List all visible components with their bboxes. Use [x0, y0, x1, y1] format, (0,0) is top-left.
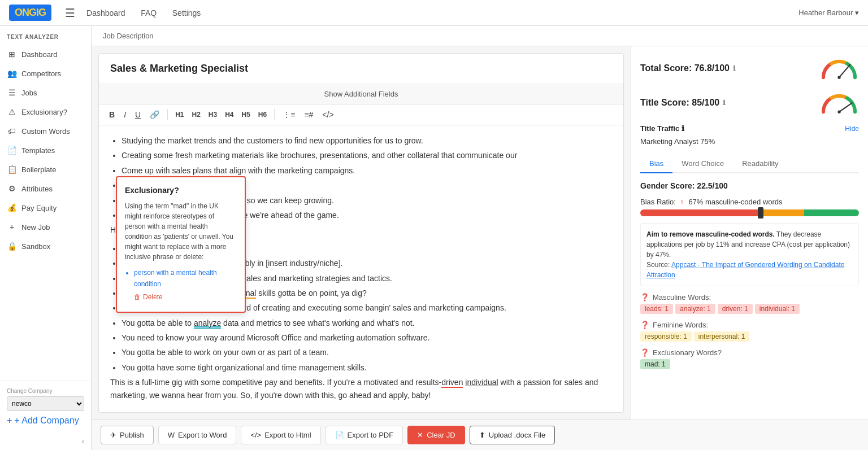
bullet-list-button[interactable]: ⋮≡ — [279, 108, 298, 121]
exclusionary-words-section: ❓ Exclusionary Words? mad: 1 — [640, 348, 859, 369]
top-nav: ONGIG ☰ Dashboard FAQ Settings Heather B… — [0, 0, 868, 26]
user-menu[interactable]: Heather Barbour ▾ — [798, 8, 859, 17]
title-gauge-svg — [819, 90, 859, 115]
sidebar-item-label: New Job — [21, 223, 50, 231]
publish-button[interactable]: ✈ Publish — [101, 426, 154, 444]
h5-button[interactable]: H5 — [239, 109, 253, 120]
title-score-gauge — [819, 90, 859, 115]
sidebar-item-attributes[interactable]: ⚙ Attributes — [0, 179, 91, 198]
company-select[interactable]: newco — [7, 396, 84, 411]
sidebar-item-label: Competitors — [21, 69, 61, 78]
exclusionary-popup: Exclusionary? Using the term "mad" in th… — [116, 176, 246, 313]
word-tag-leads[interactable]: leads: 1 — [640, 304, 673, 314]
word-tag-driven[interactable]: driven: 1 — [718, 304, 753, 314]
exclusionary-info-icon[interactable]: ❓ — [640, 348, 649, 357]
publish-icon: ✈ — [110, 431, 116, 439]
underline-button[interactable]: U — [132, 108, 144, 121]
nav-settings[interactable]: Settings — [172, 8, 201, 18]
sidebar-collapse-button[interactable]: ‹ — [0, 432, 91, 450]
breadcrumb: Job Description — [92, 26, 868, 46]
sidebar-item-pay-equity[interactable]: 💰 Pay Equity — [0, 198, 91, 217]
tab-bias[interactable]: Bias — [640, 155, 672, 173]
bias-info-box: Aim to remove masculine-coded words. The… — [640, 223, 859, 286]
additional-fields-button[interactable]: Show Additional Fields — [99, 84, 623, 104]
ordered-list-button[interactable]: ≡# — [301, 108, 316, 121]
link-button[interactable]: 🔗 — [146, 108, 163, 121]
h6-button[interactable]: H6 — [255, 109, 270, 120]
h4-button[interactable]: H4 — [222, 109, 236, 120]
export-word-button[interactable]: W Export to Word — [158, 426, 237, 444]
title-score-info-icon[interactable]: ℹ — [723, 99, 726, 107]
code-button[interactable]: </> — [319, 108, 337, 121]
right-panel: Total Score: 76.8/100 ℹ — [631, 46, 868, 420]
feminine-label-text: Feminine Words: — [653, 321, 708, 329]
feminine-info-icon[interactable]: ❓ — [640, 321, 649, 329]
info-box-source-prefix: Source: — [646, 261, 671, 269]
h2-button[interactable]: H2 — [189, 109, 203, 120]
toolbar-separator-2 — [274, 109, 275, 120]
export-word-label: Export to Word — [178, 431, 227, 439]
sidebar-item-label: Custom Words — [21, 127, 70, 136]
word-tag-responsible[interactable]: responsible: 1 — [640, 331, 692, 342]
add-company-button[interactable]: + + Add Company — [7, 416, 84, 426]
word-tag-analyze[interactable]: analyze: 1 — [675, 304, 715, 314]
total-score-info-icon[interactable]: ℹ — [733, 64, 736, 72]
sidebar-item-competitors[interactable]: 👥 Competitors — [0, 64, 91, 83]
title-score-value: Title Score: 85/100 — [640, 98, 719, 108]
title-traffic-info-icon[interactable]: ℹ — [682, 124, 684, 133]
sidebar-item-dashboard[interactable]: ⊞ Dashboard — [0, 45, 91, 64]
h3-button[interactable]: H3 — [206, 109, 220, 120]
total-score-row: Total Score: 76.8/100 ℹ — [640, 55, 859, 81]
sidebar-item-templates[interactable]: 📄 Templates — [0, 141, 91, 160]
nav-faq[interactable]: FAQ — [141, 8, 157, 18]
masculine-info-icon[interactable]: ❓ — [640, 293, 649, 302]
upload-docx-button[interactable]: ⬆ Upload .docx File — [470, 426, 555, 444]
clear-jd-label: Clear JD — [427, 431, 455, 439]
tab-readability[interactable]: Readability — [733, 155, 787, 173]
logo-on: ON — [15, 7, 29, 18]
main-content: Job Description Sales & Marketing Specia… — [92, 26, 868, 450]
export-pdf-icon: 📄 — [335, 431, 344, 439]
sidebar-item-sandbox[interactable]: 🔒 Sandbox — [0, 237, 91, 256]
word-tag-interpersonal[interactable]: interpersonal: 1 — [694, 331, 750, 342]
sidebar-item-label: Pay Equity — [21, 204, 57, 212]
sidebar-item-label: Dashboard — [21, 50, 58, 59]
logo[interactable]: ONGIG — [9, 5, 51, 21]
title-score-title: Title Score: 85/100 ℹ — [640, 98, 726, 108]
title-traffic-label: Title Traffic ℹ — [640, 124, 684, 133]
sidebar-item-label: Jobs — [21, 89, 37, 97]
export-pdf-button[interactable]: 📄 Export to PDF — [326, 426, 403, 444]
sidebar-item-label: Boilerplate — [21, 165, 56, 174]
job-title[interactable]: Sales & Marketing Specialist — [99, 54, 623, 84]
competitors-icon: 👥 — [7, 69, 17, 78]
sidebar-header: TEXT ANALYZER — [0, 26, 91, 45]
logo-gig: GIG — [29, 7, 46, 18]
sidebar-item-exclusionary[interactable]: ⚠ Exclusionary? — [0, 102, 91, 121]
italic-button[interactable]: I — [120, 108, 129, 121]
bias-bar-red — [640, 209, 761, 216]
word-tag-individual[interactable]: individual: 1 — [755, 304, 800, 314]
sidebar-item-new-job[interactable]: + New Job — [0, 217, 91, 237]
bold-button[interactable]: B — [106, 108, 118, 121]
sidebar-item-boilerplate[interactable]: 📋 Boilerplate — [0, 160, 91, 179]
sidebar-item-jobs[interactable]: ☰ Jobs — [0, 83, 91, 102]
hamburger-icon[interactable]: ☰ — [65, 6, 75, 20]
hide-traffic-button[interactable]: Hide — [845, 125, 859, 133]
sidebar-item-custom-words[interactable]: 🏷 Custom Words — [0, 121, 91, 141]
editor-content[interactable]: Exclusionary? Using the term "mad" in th… — [99, 125, 623, 412]
exclusionary-words-label: ❓ Exclusionary Words? — [640, 348, 859, 357]
popup-title: Exclusionary? — [125, 184, 237, 196]
clear-jd-button[interactable]: ✕ Clear JD — [407, 426, 465, 444]
popup-delete-button[interactable]: Delete — [134, 292, 237, 303]
sidebar-item-label: Exclusionary? — [21, 108, 67, 116]
export-html-button[interactable]: </> Export to Html — [241, 426, 320, 444]
info-box-source-link[interactable]: Appcast - The Impact of Gendered Wording… — [646, 261, 844, 279]
export-word-icon: W — [168, 431, 175, 439]
nav-dashboard[interactable]: Dashboard — [86, 8, 125, 18]
tab-word-choice[interactable]: Word Choice — [672, 155, 733, 173]
exclusionary-icon: ⚠ — [7, 107, 17, 116]
word-tag-mad[interactable]: mad: 1 — [640, 359, 670, 369]
h1-button[interactable]: H1 — [172, 109, 186, 120]
svg-line-2 — [839, 103, 852, 112]
popup-suggestion-item[interactable]: person with a mental health condition — [134, 268, 237, 289]
